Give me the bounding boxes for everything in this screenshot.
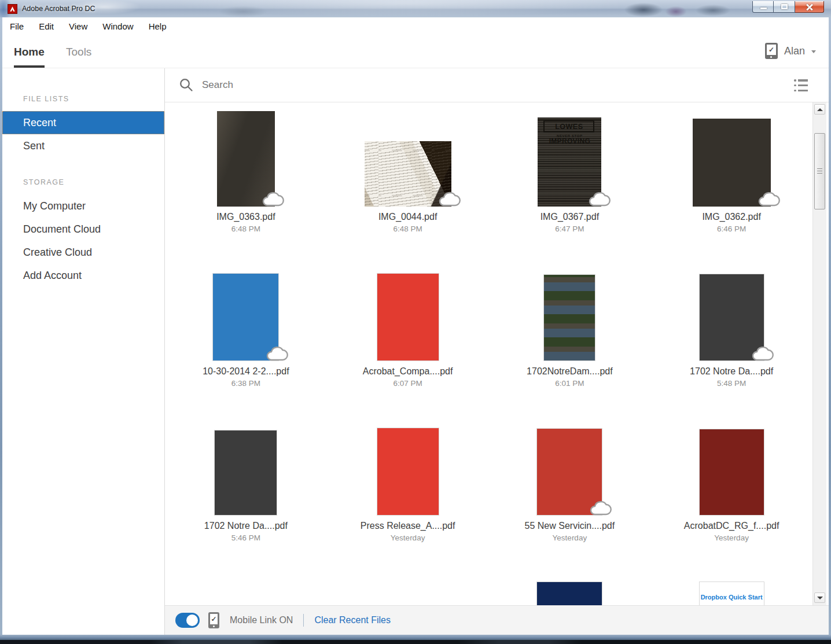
sidebar-item-my-computer[interactable]: My Computer (2, 194, 164, 218)
file-name: AcrobatDC_RG_f....pdf (684, 520, 779, 532)
menu-help[interactable]: Help (141, 17, 174, 36)
window-frame-right (829, 17, 831, 639)
sidebar-item-sent[interactable]: Sent (2, 134, 164, 157)
file-tile[interactable]: Acrobat_Compa....pdf6:07 PM (327, 257, 489, 411)
file-time: 6:01 PM (555, 378, 584, 389)
file-time: 6:48 PM (393, 223, 422, 235)
cloud-icon (751, 345, 774, 363)
menu-bar: File Edit View Window Help (2, 17, 829, 36)
file-lists-header: FILE LISTS (23, 95, 164, 103)
footer-bar: ✓ Mobile Link ON Clear Recent Files (165, 605, 829, 635)
file-time: 6:38 PM (231, 378, 260, 389)
sidebar-item-document-cloud[interactable]: Document Cloud (2, 218, 164, 241)
file-time: Yesterday (553, 532, 587, 544)
file-name: Press Release_A....pdf (361, 520, 455, 532)
list-view-button[interactable] (794, 79, 808, 91)
file-tile[interactable]: 1702 Notre Da....pdf5:46 PM (165, 411, 327, 566)
footer-separator (303, 614, 304, 627)
file-tile-partial[interactable]: Dropbox Quick Start (650, 566, 812, 605)
search-bar (165, 68, 829, 102)
thumbnail-text: Dropbox Quick Start (700, 594, 764, 601)
window-frame-bottom (0, 635, 831, 640)
storage-header: STORAGE (23, 178, 164, 186)
minimize-button[interactable] (752, 1, 774, 13)
file-tile-partial[interactable] (489, 566, 651, 605)
menu-view[interactable]: View (61, 17, 95, 36)
close-button[interactable] (795, 1, 824, 13)
file-name: 55 New Servicin....pdf (525, 520, 615, 532)
scroll-up-button[interactable] (814, 104, 825, 115)
window-content: File Edit View Window Help Home Tools ✓ … (2, 17, 829, 635)
file-thumbnail (214, 430, 277, 516)
cloud-icon (757, 191, 780, 208)
window-title: Adobe Acrobat Pro DC (22, 0, 95, 17)
tab-bar: Home Tools ✓ Alan (2, 36, 829, 68)
file-time: 6:48 PM (231, 223, 260, 235)
file-time: 6:07 PM (393, 378, 422, 389)
cloud-icon (261, 191, 284, 208)
account-menu[interactable]: ✓ Alan (765, 43, 816, 59)
chevron-down-icon (811, 50, 816, 53)
file-thumbnail (699, 429, 764, 516)
menu-file[interactable]: File (2, 17, 31, 36)
sidebar-item-creative-cloud[interactable]: Creative Cloud (2, 241, 164, 264)
search-icon (179, 78, 193, 92)
desktop-background (0, 640, 831, 644)
file-tile[interactable]: LOWESNEVER STOPIMPROVINGIMG_0367.pdf6:47… (489, 102, 651, 257)
file-name: 1702 Notre Da....pdf (690, 365, 773, 378)
file-time: Yesterday (714, 532, 749, 544)
account-name: Alan (784, 45, 805, 57)
file-name: Acrobat_Compa....pdf (363, 365, 453, 378)
file-grid: IMG_0363.pdf6:48 PMIMG_0044.pdf6:48 PMLO… (165, 102, 812, 605)
file-time: Yesterday (391, 532, 425, 544)
file-tile[interactable]: AcrobatDC_RG_f....pdfYesterday (650, 411, 812, 566)
sidebar: FILE LISTS Recent Sent STORAGE My Comput… (2, 68, 165, 635)
file-time: 6:47 PM (555, 223, 584, 235)
tab-tools[interactable]: Tools (66, 46, 91, 68)
file-thumbnail (377, 273, 439, 361)
thumbnail-text: LOWES (543, 120, 594, 133)
file-tile[interactable]: 10-30-2014 2-2....pdf6:38 PM (165, 257, 327, 411)
clear-recent-files-link[interactable]: Clear Recent Files (314, 615, 391, 625)
file-thumbnail (377, 428, 439, 516)
window-titlebar: Adobe Acrobat Pro DC (0, 0, 831, 17)
file-tile[interactable]: 1702NotreDam....pdf6:01 PM (489, 257, 651, 411)
file-tile[interactable]: Press Release_A....pdfYesterday (327, 411, 489, 566)
mobile-link-toggle[interactable] (175, 613, 200, 628)
file-grid-viewport: IMG_0363.pdf6:48 PMIMG_0044.pdf6:48 PMLO… (165, 102, 812, 605)
thumbnail-text: IMPROVING (538, 137, 601, 145)
file-tile[interactable]: IMG_0362.pdf6:46 PM (650, 102, 812, 257)
file-thumbnail (543, 274, 595, 361)
file-name: IMG_0044.pdf (378, 211, 437, 223)
search-input[interactable] (201, 79, 560, 91)
tab-home[interactable]: Home (14, 46, 45, 68)
sidebar-item-add-account[interactable]: Add Account (2, 264, 164, 287)
file-thumbnail (536, 582, 602, 605)
cloud-icon (589, 500, 612, 517)
file-tile[interactable]: IMG_0044.pdf6:48 PM (327, 102, 489, 257)
file-name: 10-30-2014 2-2....pdf (203, 365, 289, 378)
cloud-icon (437, 191, 461, 208)
cloud-icon (587, 191, 611, 208)
mobile-link-label: Mobile Link ON (230, 615, 293, 625)
file-time: 5:46 PM (231, 532, 260, 544)
file-tile[interactable]: IMG_0363.pdf6:48 PM (165, 102, 327, 257)
menu-window[interactable]: Window (95, 17, 141, 36)
menu-edit[interactable]: Edit (31, 17, 61, 36)
mobile-link-icon: ✓ (765, 43, 778, 59)
sidebar-item-recent[interactable]: Recent (2, 111, 164, 134)
file-name: IMG_0362.pdf (702, 211, 760, 223)
screen: Adobe Acrobat Pro DC File Edit View Wind… (0, 0, 831, 644)
file-name: IMG_0367.pdf (540, 211, 599, 223)
scroll-down-button[interactable] (814, 593, 825, 603)
maximize-button[interactable] (774, 1, 795, 13)
acrobat-logo-icon (8, 4, 17, 14)
file-tile[interactable]: 55 New Servicin....pdfYesterday (489, 411, 651, 566)
file-name: 1702NotreDam....pdf (527, 365, 613, 378)
file-thumbnail: Dropbox Quick Start (699, 582, 764, 605)
cloud-icon (265, 345, 288, 363)
scrollbar-thumb[interactable] (814, 133, 825, 209)
vertical-scrollbar[interactable] (812, 102, 826, 605)
file-tile[interactable]: 1702 Notre Da....pdf5:48 PM (650, 257, 812, 411)
file-name: IMG_0363.pdf (216, 211, 275, 223)
